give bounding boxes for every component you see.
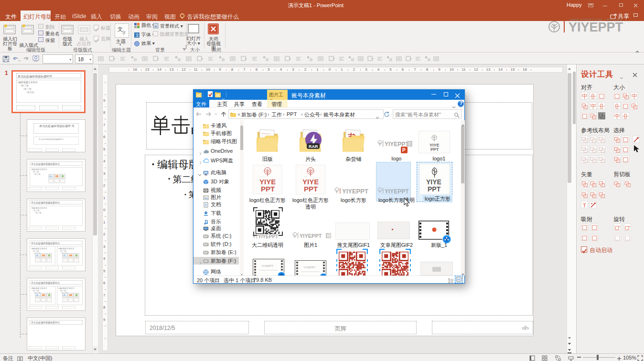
- svg-text:P: P: [402, 148, 406, 153]
- svg-text:WWW.YIYEPPT.COM 一页PPT设计: WWW.YIYEPPT.COM 一页PPT设计: [569, 18, 623, 22]
- svg-text:YIYEPPT: YIYEPPT: [342, 188, 368, 195]
- svg-text:PPT: PPT: [261, 185, 275, 193]
- svg-text:PPT: PPT: [304, 185, 318, 193]
- svg-text:文: 文: [135, 33, 140, 38]
- svg-text:PPT: PPT: [430, 147, 439, 152]
- svg-text:YIYE: YIYE: [426, 178, 441, 186]
- svg-text:PPT: PPT: [428, 185, 441, 193]
- svg-text:T: T: [583, 202, 586, 208]
- svg-text:RAR: RAR: [309, 144, 318, 149]
- svg-text:YIYEPPT: YIYEPPT: [569, 20, 623, 34]
- svg-text:模: 模: [326, 234, 331, 238]
- svg-text:字: 字: [122, 31, 126, 35]
- svg-text:YIYEPPT: YIYEPPT: [303, 266, 316, 269]
- svg-text:YIYEPPT: YIYEPPT: [258, 234, 278, 239]
- svg-text:YIYEPPT: YIYEPPT: [261, 265, 274, 267]
- svg-text:YIYEPPT: YIYEPPT: [385, 188, 409, 195]
- svg-text:YIYEPPT: YIYEPPT: [300, 233, 322, 239]
